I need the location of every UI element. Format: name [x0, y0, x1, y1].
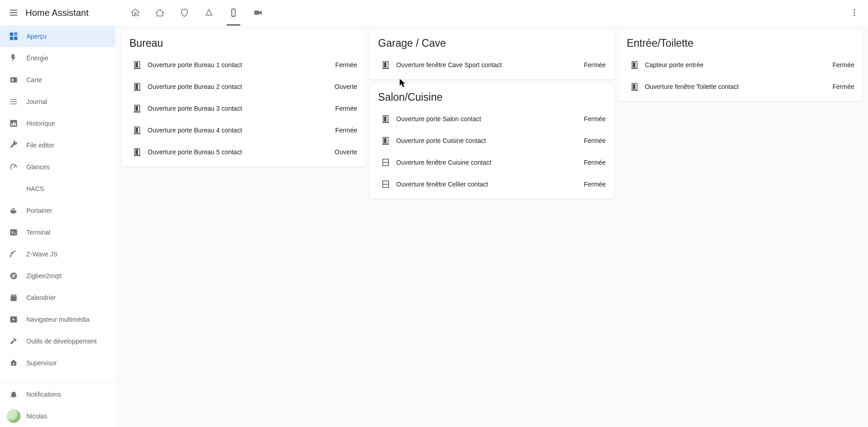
tab-home-assist[interactable]: [123, 0, 148, 25]
list-icon: [5, 97, 22, 106]
zwave-icon: [5, 250, 22, 259]
dots-vertical-icon: [850, 8, 859, 17]
sidebar-item-label: Glances: [26, 163, 50, 171]
sidebar-item-historique[interactable]: Historique: [0, 113, 115, 134]
chart-icon: [5, 119, 22, 128]
sidebar-item-carte[interactable]: Carte: [0, 69, 115, 91]
sidebar-item-label: Aperçu: [26, 33, 46, 40]
sidebar-footer: Notifications Nicolas: [0, 383, 115, 427]
entity-name: Ouverture fenêtre Cuisine contact: [396, 159, 584, 166]
entity-row[interactable]: Ouverture porte Cuisine contact Fermée: [378, 130, 605, 152]
hammer-icon: [5, 337, 22, 346]
door-icon: [129, 103, 145, 113]
entity-row[interactable]: Ouverture fenêtre Cuisine contact Fermée: [378, 152, 605, 173]
sidebar-item-label: Outils de développement: [26, 338, 97, 345]
door-open-icon: [129, 82, 145, 92]
sidebar-item-label: Z-Wave JS: [26, 250, 58, 258]
entity-row[interactable]: Ouverture porte Bureau 5 contact Ouverte: [129, 141, 357, 163]
sidebar-item-portainer[interactable]: Portainer: [0, 200, 115, 221]
calendar-icon: [5, 293, 22, 302]
entity-name: Ouverture porte Bureau 2 contact: [148, 83, 335, 90]
door-icon: [378, 114, 393, 124]
entity-state: Ouverte: [335, 83, 357, 90]
sidebar-item-apercu[interactable]: Aperçu: [0, 25, 115, 47]
sidebar-item-user[interactable]: Nicolas: [0, 405, 115, 427]
zigbee-icon: [5, 271, 22, 280]
column-3: Entrée/Toilette Capteur porte entrée Fer…: [619, 30, 863, 199]
sidebar-item-energie[interactable]: Énergie: [0, 47, 115, 69]
entity-row[interactable]: Ouverture porte Bureau 4 contact Fermée: [129, 119, 357, 141]
sidebar-item-hacs[interactable]: HACS: [0, 178, 115, 200]
app-title: Home Assistant: [25, 8, 89, 18]
flash-icon: [5, 54, 22, 63]
entity-row[interactable]: Ouverture porte Bureau 3 contact Fermée: [129, 98, 357, 119]
tab-phone[interactable]: [221, 0, 246, 25]
tab-camera[interactable]: [246, 0, 270, 25]
sidebar-item-zigbee[interactable]: Zigbee2mqtt: [0, 265, 115, 287]
menu-toggle-button[interactable]: [5, 5, 22, 21]
entity-state: Fermée: [335, 61, 357, 69]
entity-row[interactable]: Ouverture porte Salon contact Fermée: [378, 108, 605, 130]
wrench-icon: [5, 141, 22, 150]
entity-name: Ouverture fenêtre Toilette contact: [645, 83, 833, 90]
view-tabs: [123, 0, 270, 25]
card-salon-cuisine: Salon/Cuisine Ouverture porte Salon cont…: [370, 84, 614, 199]
entity-state: Ouverte: [335, 148, 357, 156]
sidebar-item-file-editor[interactable]: File editor: [0, 134, 115, 156]
entity-name: Capteur porte entrée: [645, 61, 833, 69]
tab-alarm[interactable]: [197, 0, 221, 25]
entity-row[interactable]: Ouverture porte Bureau 2 contact Ouverte: [129, 76, 357, 98]
door-icon: [378, 60, 393, 70]
sidebar-item-label: Historique: [26, 120, 55, 127]
sidebar-item-notifications[interactable]: Notifications: [0, 383, 115, 405]
topbar: [116, 0, 868, 25]
entity-row[interactable]: Ouverture fenêtre Cellier contact Fermée: [378, 173, 605, 195]
card-bureau: Bureau Ouverture porte Bureau 1 contact …: [121, 30, 365, 167]
tab-home[interactable]: [148, 0, 172, 25]
entity-name: Ouverture fenêtre Cave Sport contact: [396, 61, 584, 69]
sidebar-item-label: HACS: [26, 185, 44, 192]
sidebar-item-label: Navigateur multimédia: [26, 316, 89, 323]
column-2: Garage / Cave Ouverture fenêtre Cave Spo…: [370, 30, 614, 199]
entity-state: Fermée: [833, 83, 854, 90]
sidebar-item-journal[interactable]: Journal: [0, 91, 115, 113]
shield-icon: [179, 8, 189, 18]
docker-icon: [5, 206, 22, 215]
card-title: Salon/Cuisine: [378, 91, 605, 103]
entity-row[interactable]: Capteur porte entrée Fermée: [627, 54, 854, 76]
sidebar-item-terminal[interactable]: Terminal: [0, 221, 115, 243]
sidebar-nav: Aperçu Énergie Carte Journal Historique …: [0, 25, 115, 383]
phone-icon: [228, 8, 238, 18]
entity-name: Ouverture porte Bureau 4 contact: [148, 127, 335, 134]
sidebar-item-label: Notifications: [26, 391, 61, 398]
bell-icon: [5, 390, 22, 399]
door-icon: [378, 136, 393, 146]
sidebar-item-media-browser[interactable]: Navigateur multimédia: [0, 309, 115, 330]
entity-state: Fermée: [584, 115, 605, 123]
window-icon: [378, 179, 393, 189]
entity-row[interactable]: Ouverture fenêtre Toilette contact Fermé…: [627, 76, 854, 98]
sidebar-item-dev-tools[interactable]: Outils de développement: [0, 330, 115, 352]
console-icon: [5, 228, 22, 237]
entity-row[interactable]: Ouverture porte Bureau 1 contact Fermée: [129, 54, 357, 76]
play-box-icon: [5, 315, 22, 324]
sidebar-item-zwave[interactable]: Z-Wave JS: [0, 243, 115, 265]
entity-row[interactable]: Ouverture fenêtre Cave Sport contact Fer…: [378, 54, 605, 76]
card-entree-toilette: Entrée/Toilette Capteur porte entrée Fer…: [619, 30, 863, 101]
entity-state: Fermée: [584, 159, 605, 166]
entity-name: Ouverture porte Cuisine contact: [396, 137, 584, 144]
entity-name: Ouverture porte Bureau 1 contact: [148, 61, 335, 69]
sidebar-item-glances[interactable]: Glances: [0, 156, 115, 178]
sidebar-item-supervisor[interactable]: Supervisor: [0, 352, 115, 374]
entity-name: Ouverture porte Bureau 5 contact: [148, 148, 335, 156]
tab-security[interactable]: [172, 0, 197, 25]
dashboard-icon: [5, 31, 22, 41]
sidebar-item-label: Calendrier: [26, 294, 56, 301]
door-icon: [627, 82, 642, 92]
door-open-icon: [129, 147, 145, 157]
sidebar-item-calendrier[interactable]: Calendrier: [0, 287, 115, 309]
overflow-menu-button[interactable]: [845, 4, 863, 22]
entity-name: Ouverture fenêtre Cellier contact: [396, 181, 584, 188]
card-grid: Bureau Ouverture porte Bureau 1 contact …: [121, 30, 863, 199]
dashboard-content: Bureau Ouverture porte Bureau 1 contact …: [116, 25, 868, 427]
